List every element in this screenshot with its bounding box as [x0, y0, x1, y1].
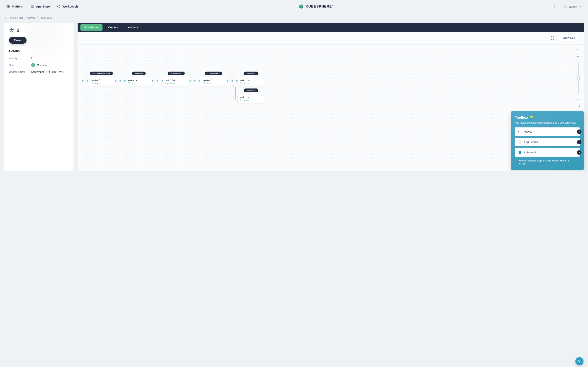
tab-taskstatus[interactable]: TaskStatus — [80, 24, 103, 31]
stage-label: In Sequential 1 — [168, 72, 185, 75]
chevron-right-icon — [577, 140, 581, 144]
terminal-icon: ▸_ — [518, 130, 521, 133]
tab-bar: TaskStatus Commit Artifacts — [78, 23, 584, 32]
nav-left: Platform App Store Workbench — [7, 5, 78, 8]
breadcrumb-sep: / — [25, 16, 25, 19]
tab-artifacts[interactable]: Artifacts — [124, 24, 143, 31]
toolbox-desc: The toolbox provides log search and cli'… — [515, 121, 580, 124]
task-status: Success — [128, 82, 150, 84]
zoom-thumb[interactable] — [577, 77, 580, 80]
task-card: Task (4 / 4) Success — [126, 77, 152, 86]
toolbox-item-log-search[interactable]: 📄 Log Search — [515, 138, 580, 146]
store-icon — [31, 5, 34, 8]
lightbulb-icon: 💡 — [529, 115, 534, 120]
breadcrumb-sep: / — [37, 16, 38, 19]
task-title: Task (1 / 1) — [203, 79, 224, 81]
breadcrumb-pipeline-list[interactable]: Pipeline List — [9, 16, 23, 19]
task-card: Task (1 / 1) Success — [238, 77, 264, 86]
task-status: Success — [91, 82, 112, 84]
connector — [115, 77, 126, 82]
stage-in-sequential-1[interactable]: In Sequential 1 Task (1 / 1) Success — [163, 77, 190, 86]
nav-appstore-label: App Store — [36, 5, 50, 8]
fullscreen-canvas-icon[interactable] — [576, 48, 580, 52]
task-card: Task (1 / 1) Success — [88, 77, 115, 86]
nav-platform-label: Platform — [12, 5, 24, 8]
main-layout: 2 Rerun Details Activity: 2 Status: Succ… — [0, 23, 588, 171]
task-title: Task (1 / 1) — [165, 79, 187, 81]
details-title: Details — [9, 49, 69, 53]
user-menu[interactable]: admin — [564, 5, 581, 8]
zoom-out-button[interactable] — [576, 98, 580, 102]
connector — [227, 77, 238, 82]
toolbox-item-label: kubeconfig — [524, 151, 537, 154]
tab-commit[interactable]: Commit — [104, 24, 122, 31]
stage-sequential[interactable]: Sequential Task (4 / 4) Success — [126, 77, 152, 86]
connector — [82, 77, 88, 82]
detail-activity-label: Activity: — [9, 57, 31, 60]
toolbox-item-kubectl[interactable]: ▸_ kubectl — [515, 127, 580, 136]
detail-status-label: Status: — [9, 64, 31, 67]
stage-non-sequential[interactable]: Non-Sequential Stage Task (1 / 1) Succes… — [88, 77, 115, 86]
hint-icon: 👾 — [515, 159, 518, 166]
task-status: Success — [203, 82, 224, 84]
task-card: Task (1 / 1) Success — [238, 94, 264, 103]
nav-platform[interactable]: Platform — [7, 5, 24, 8]
nav-appstore[interactable]: App Store — [31, 5, 50, 8]
nav-right: admin — [554, 5, 581, 8]
toolbox-item-kubeconfig[interactable]: 📘 kubeconfig — [515, 148, 580, 157]
zoom-ratio[interactable]: 1:1 — [576, 105, 580, 108]
parallel-column: In Parallel 1 Task (1 / 1) Success In Pa… — [238, 77, 264, 103]
pipeline-canvas[interactable]: Non-Sequential Stage Task (1 / 1) Succes… — [78, 45, 584, 171]
success-icon — [31, 63, 35, 67]
zoom-slider[interactable] — [578, 62, 579, 94]
chevron-right-icon — [577, 150, 581, 155]
layers-icon — [9, 28, 14, 33]
chevron-right-icon — [577, 129, 581, 134]
back-icon[interactable] — [4, 17, 7, 19]
detail-status-value: Success — [37, 64, 47, 67]
docs-icon[interactable] — [554, 5, 558, 8]
task-card: Task (1 / 1) Success — [163, 77, 190, 86]
connector — [190, 77, 200, 82]
detail-updated-value: September 24th 2019 14:41 — [31, 70, 64, 73]
stage-label: In Parallel 1 — [243, 72, 258, 75]
user-icon — [564, 5, 567, 8]
task-card: Task (1 / 1) Success — [200, 77, 227, 86]
stage-label: In Parallel 2 — [243, 89, 258, 92]
book-icon: 📘 — [518, 151, 521, 154]
breadcrumb: Pipeline List / Activity / TaskStatus — [0, 13, 588, 23]
stage-in-sequential-2[interactable]: In Sequential 2 Task (1 / 1) Success — [200, 77, 227, 86]
zoom-in-button[interactable] — [576, 54, 580, 58]
gear-icon — [7, 5, 10, 8]
breadcrumb-activity[interactable]: Activity — [27, 16, 35, 19]
content-area: TaskStatus Commit Artifacts Show Log Non… — [78, 23, 584, 171]
task-title: Task (1 / 1) — [91, 79, 112, 81]
detail-updated-label: Updated Time: — [9, 70, 31, 73]
fullscreen-icon[interactable] — [550, 36, 554, 40]
stage-in-parallel-1[interactable]: In Parallel 1 Task (1 / 1) Success — [238, 77, 264, 86]
svg-point-4 — [565, 5, 566, 6]
rerun-button[interactable]: Rerun — [9, 37, 26, 44]
toolbox-hint: 👾 You can open the page in a new window … — [515, 159, 580, 166]
brand: KUBESPHERE® — [78, 4, 554, 9]
svg-point-0 — [8, 6, 9, 7]
pipeline-graph: Non-Sequential Stage Task (1 / 1) Succes… — [82, 77, 264, 103]
detail-activity: Activity: 2 — [9, 57, 69, 60]
workbench-icon — [57, 5, 61, 8]
detail-activity-value: 2 — [31, 57, 33, 60]
task-status: Success — [240, 82, 262, 84]
task-status: Success — [240, 99, 262, 101]
stage-label: Sequential — [132, 72, 146, 75]
task-title: Task (1 / 1) — [240, 96, 262, 98]
stage-in-parallel-2[interactable]: In Parallel 2 Task (1 / 1) Success — [238, 94, 264, 103]
task-title: Task (1 / 1) — [240, 79, 262, 81]
toolbox-item-label: kubectl — [524, 130, 532, 133]
breadcrumb-taskstatus[interactable]: TaskStatus — [39, 16, 52, 19]
document-icon: 📄 — [518, 141, 521, 143]
nav-workbench[interactable]: Workbench — [57, 5, 78, 8]
show-log-button[interactable]: Show Log — [558, 35, 580, 41]
toolbox-title: Toolbox 💡 — [515, 115, 580, 120]
brand-text: KUBESPHERE® — [306, 4, 333, 8]
kubesphere-logo-icon — [299, 4, 304, 9]
zoom-controls: 1:1 — [576, 48, 580, 108]
